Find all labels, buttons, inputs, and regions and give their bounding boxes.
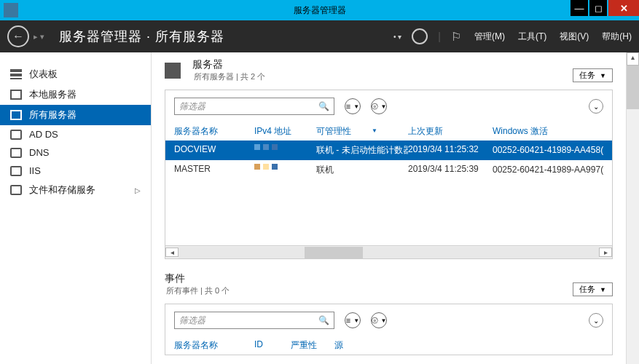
events-section-title: 事件	[165, 272, 230, 285]
cell-ipv4	[254, 144, 316, 157]
adds-icon	[10, 130, 22, 140]
menu-manage[interactable]: 管理(M)	[474, 31, 505, 43]
menu-tools[interactable]: 工具(T)	[518, 31, 546, 43]
cell-manage: 联机 - 未启动性能计数器	[316, 144, 408, 157]
app-icon	[4, 3, 18, 17]
dns-icon	[10, 148, 22, 158]
notifications-flag-icon[interactable]: ⚐	[451, 30, 461, 44]
col-src[interactable]: 源	[334, 339, 603, 352]
maximize-button[interactable]: ◻	[589, 0, 607, 16]
sidebar-item-adds[interactable]: AD DS	[0, 125, 151, 143]
menu-view[interactable]: 视图(V)	[560, 31, 589, 43]
main-content: ▴ 服务器 所有服务器 | 共 2 个 任务▼ 筛选器🔍 ≡▼ ⦾▼	[152, 52, 639, 364]
cell-winact: 00252-60421-41989-AA458(已	[493, 144, 603, 157]
col-sev[interactable]: 严重性	[291, 339, 334, 352]
nav-back-button[interactable]: ←	[7, 25, 29, 47]
servers-section-subtitle: 所有服务器 | 共 2 个	[194, 71, 265, 82]
sidebar-item-label: DNS	[29, 147, 49, 158]
collapse-button[interactable]: ⌄	[589, 313, 603, 328]
task-label: 任务	[579, 70, 595, 81]
events-section-subtitle: 所有事件 | 共 0 个	[166, 285, 230, 296]
close-button[interactable]: ✕	[608, 0, 639, 16]
cell-ipv4	[254, 164, 316, 176]
cell-winact: 00252-60421-41989-AA997(已	[493, 164, 603, 176]
sidebar-item-iis[interactable]: IIS	[0, 162, 151, 180]
tasks-button[interactable]: 任务▼	[573, 282, 613, 296]
save-query-button[interactable]: ⦾▼	[371, 312, 387, 328]
divider: |	[438, 31, 441, 42]
cell-name: DOCVIEW	[174, 144, 254, 157]
sidebar-item-label: 本地服务器	[29, 88, 77, 101]
dashboard-icon	[10, 69, 22, 79]
save-query-button[interactable]: ⦾▼	[371, 98, 387, 114]
filter-placeholder: 筛选器	[179, 314, 205, 327]
sidebar: 仪表板 本地服务器 所有服务器 AD DS DNS IIS 文件和存储服务▷	[0, 52, 152, 364]
servers-section-title: 服务器	[192, 58, 265, 71]
servers-section-icon	[165, 63, 181, 79]
search-icon[interactable]: 🔍	[318, 315, 329, 325]
sidebar-item-dashboard[interactable]: 仪表板	[0, 64, 151, 84]
col-last[interactable]: 上次更新	[408, 125, 493, 138]
iis-icon	[10, 166, 22, 176]
horizontal-scrollbar[interactable]: ◂▸	[165, 245, 612, 258]
sidebar-item-local[interactable]: 本地服务器	[0, 84, 151, 105]
col-ipv4[interactable]: IPv4 地址	[254, 125, 316, 138]
table-header: 服务器名称 ID 严重性 源	[165, 336, 612, 355]
tasks-button[interactable]: 任务▼	[573, 68, 613, 82]
filter-input[interactable]: 筛选器🔍	[174, 98, 334, 115]
sidebar-item-label: 文件和存储服务	[29, 183, 95, 197]
table-row[interactable]: DOCVIEW 联机 - 未启动性能计数器 2019/3/4 11:25:32 …	[165, 141, 612, 160]
sidebar-item-files[interactable]: 文件和存储服务▷	[0, 180, 151, 200]
filter-placeholder: 筛选器	[179, 100, 205, 113]
col-id[interactable]: ID	[254, 339, 291, 352]
cell-manage: 联机	[316, 164, 408, 176]
cell-name: MASTER	[174, 164, 254, 176]
vertical-scrollbar[interactable]: ▴	[626, 52, 639, 364]
col-name[interactable]: 服务器名称	[174, 339, 254, 352]
events-table: 服务器名称 ID 严重性 源	[165, 336, 612, 355]
menubar: ← ▸ ▾ 服务器管理器 · 所有服务器 • ▾ | ⚐ 管理(M) 工具(T)…	[0, 20, 639, 52]
sidebar-item-label: AD DS	[29, 129, 58, 140]
servers-icon	[10, 110, 22, 120]
search-icon[interactable]: 🔍	[318, 101, 329, 111]
sidebar-item-all-servers[interactable]: 所有服务器	[0, 105, 151, 125]
storage-icon	[10, 185, 22, 195]
menu-help[interactable]: 帮助(H)	[602, 31, 632, 43]
chevron-down-icon: ▼	[600, 286, 606, 293]
cell-last: 2019/3/4 11:25:32	[408, 144, 493, 157]
col-name[interactable]: 服务器名称	[174, 125, 254, 138]
window-title: 服务器管理器	[294, 4, 346, 17]
servers-panel: 筛选器🔍 ≡▼ ⦾▼ ⌄ 服务器名称 IPv4 地址 可管理性▼ 上次更新 Wi…	[165, 90, 613, 259]
events-panel: 筛选器🔍 ≡▼ ⦾▼ ⌄ 服务器名称 ID 严重性 源	[165, 304, 613, 355]
refresh-icon[interactable]	[412, 28, 428, 44]
sidebar-item-label: 所有服务器	[29, 108, 77, 122]
chevron-right-icon: ▷	[135, 186, 141, 194]
table-row[interactable]: MASTER 联机 2019/3/4 11:25:39 00252-60421-…	[165, 160, 612, 180]
sidebar-item-label: 仪表板	[29, 68, 58, 81]
col-manage[interactable]: 可管理性▼	[316, 125, 408, 138]
grouping-button[interactable]: ≡▼	[345, 312, 361, 328]
col-winact[interactable]: Windows 激活	[493, 125, 603, 138]
grouping-button[interactable]: ≡▼	[345, 98, 361, 114]
cell-last: 2019/3/4 11:25:39	[408, 164, 493, 176]
filter-input[interactable]: 筛选器🔍	[174, 312, 334, 329]
servers-table: 服务器名称 IPv4 地址 可管理性▼ 上次更新 Windows 激活 DOCV…	[165, 122, 612, 245]
sort-indicator-icon: ▼	[372, 127, 377, 134]
table-header: 服务器名称 IPv4 地址 可管理性▼ 上次更新 Windows 激活	[165, 122, 612, 141]
server-icon	[10, 90, 22, 100]
chevron-down-icon: ▼	[600, 72, 606, 79]
sidebar-item-label: IIS	[29, 165, 41, 176]
nav-forward-button[interactable]: ▸ ▾	[34, 32, 44, 41]
minimize-button[interactable]: —	[571, 0, 588, 16]
sidebar-item-dns[interactable]: DNS	[0, 143, 151, 162]
collapse-button[interactable]: ⌄	[589, 99, 603, 114]
task-label: 任务	[579, 284, 595, 295]
dropdown-icon[interactable]: • ▾	[393, 33, 401, 41]
titlebar: 服务器管理器 — ◻ ✕	[0, 0, 639, 20]
breadcrumb: 服务器管理器 · 所有服务器	[59, 28, 224, 45]
